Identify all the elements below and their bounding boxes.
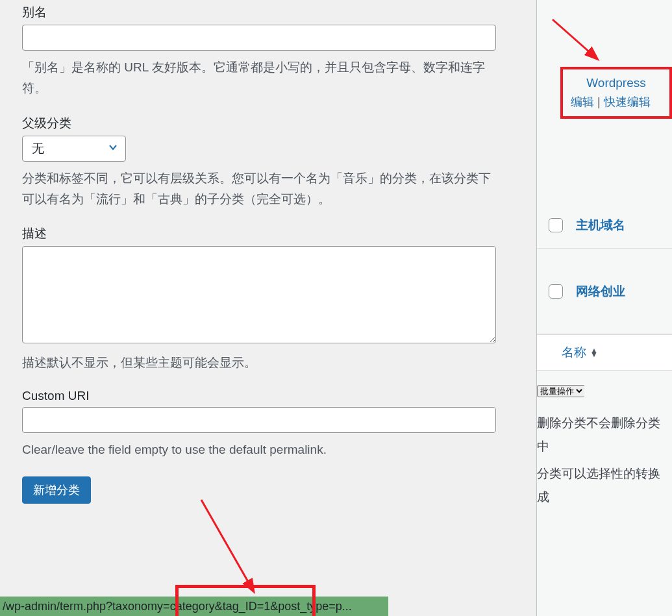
category-row[interactable]: 网络创业 bbox=[537, 249, 672, 334]
column-header-label: 名称 bbox=[562, 344, 586, 361]
checkbox[interactable] bbox=[549, 284, 563, 299]
label-description: 描述 bbox=[22, 225, 503, 242]
input-custom-uri[interactable] bbox=[22, 407, 496, 433]
input-slug[interactable] bbox=[22, 25, 496, 51]
checkbox[interactable] bbox=[549, 218, 563, 232]
edit-link[interactable]: 编辑 bbox=[571, 95, 594, 108]
category-name-link[interactable]: 网络创业 bbox=[576, 283, 625, 300]
status-bar: /wp-admin/term.php?taxonomy=category&tag… bbox=[0, 597, 388, 616]
bulk-action-select[interactable]: 批量操作 bbox=[537, 385, 584, 397]
field-slug: 别名 「别名」是名称的 URL 友好版本。它通常都是小写的，并且只包含字母、数字… bbox=[22, 4, 503, 99]
desc-parent: 分类和标签不同，它可以有层级关系。您可以有一个名为「音乐」的分类，在该分类下可以… bbox=[22, 168, 503, 210]
help-text: 分类可以选择性的转换成 bbox=[537, 462, 672, 509]
category-name-link[interactable]: 主机域名 bbox=[576, 217, 625, 234]
svg-line-0 bbox=[201, 500, 253, 591]
label-slug: 别名 bbox=[22, 4, 503, 21]
column-header-name[interactable]: 名称 ▲▼ bbox=[562, 344, 598, 361]
category-row[interactable]: 主机域名 bbox=[537, 203, 672, 249]
desc-slug: 「别名」是名称的 URL 友好版本。它通常都是小写的，并且只包含字母、数字和连字… bbox=[22, 57, 503, 99]
highlighted-title[interactable]: Wordpress bbox=[571, 76, 662, 90]
separator: | bbox=[597, 95, 604, 108]
textarea-description[interactable] bbox=[22, 246, 496, 343]
desc-description: 描述默认不显示，但某些主题可能会显示。 bbox=[22, 352, 503, 373]
field-custom-uri: Custom URI Clear/leave the field empty t… bbox=[22, 389, 503, 460]
highlighted-category-box: Wordpress 编辑 | 快速编辑 bbox=[560, 67, 672, 119]
status-url: /wp-admin/term.php?taxonomy=category&tag… bbox=[3, 600, 352, 613]
select-parent[interactable]: 无 bbox=[22, 136, 126, 162]
arrow-annotation-icon bbox=[182, 493, 273, 604]
help-text: 删除分类不会删除分类中 bbox=[537, 412, 672, 458]
column-header-row: 名称 ▲▼ bbox=[537, 334, 672, 371]
label-parent: 父级分类 bbox=[22, 115, 503, 132]
field-parent: 父级分类 无 分类和标签不同，它可以有层级关系。您可以有一个名为「音乐」的分类，… bbox=[22, 115, 503, 210]
quick-edit-link[interactable]: 快速编辑 bbox=[604, 95, 651, 108]
submit-button[interactable]: 新增分类 bbox=[22, 476, 91, 504]
label-custom-uri: Custom URI bbox=[22, 389, 503, 403]
desc-custom-uri: Clear/leave the field empty to use the d… bbox=[22, 439, 503, 460]
sort-icon: ▲▼ bbox=[590, 349, 598, 356]
field-description: 描述 描述默认不显示，但某些主题可能会显示。 bbox=[22, 225, 503, 373]
